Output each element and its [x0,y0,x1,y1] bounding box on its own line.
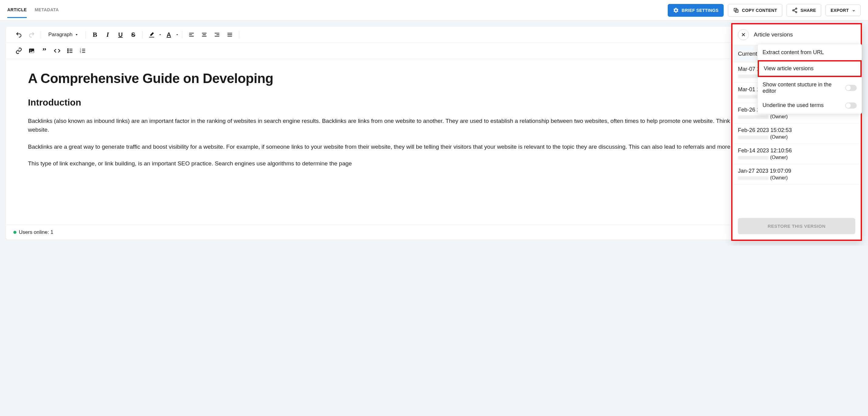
version-owner: (Owner) [738,155,855,160]
version-item[interactable]: Feb-14 2023 12:10:56 (Owner) [733,144,861,164]
version-item[interactable]: Jan-27 2023 19:07:09 (Owner) [733,164,861,185]
bullet-list-button[interactable] [64,45,75,56]
tab-metadata[interactable]: METADATA [35,2,59,18]
export-label: EXPORT [831,8,849,13]
text-color-button[interactable]: A [163,29,174,40]
chevron-down-icon [852,8,856,12]
toggle-show-structure[interactable] [845,85,857,91]
paragraph-1: Backlinks (also known as inbound links) … [28,116,840,135]
copy-icon [733,7,739,13]
strikethrough-button[interactable]: S [128,29,138,40]
svg-point-3 [793,9,794,11]
menu-show-structure[interactable]: Show content stucture in the editor [758,78,862,98]
toggle-underline-terms[interactable] [845,102,857,109]
svg-text:3: 3 [80,51,81,53]
align-justify-button[interactable] [224,29,235,40]
brief-settings-label: BRIEF SETTINGS [682,8,719,13]
top-actions: BRIEF SETTINGS COPY CONTENT SHARE EXPORT [668,4,861,17]
tabs: ARTICLE METADATA [7,2,59,18]
paragraph-2: Backlinks are a great way to generate tr… [28,142,840,151]
heading-introduction: Introduction [28,95,840,110]
share-label: SHARE [801,8,816,13]
svg-line-6 [794,11,796,12]
highlight-color-button[interactable] [146,29,157,40]
redo-button[interactable] [26,29,37,40]
copy-content-label: COPY CONTENT [742,8,777,13]
numbered-list-button[interactable]: 123 [77,45,88,56]
bold-button[interactable]: B [89,29,100,40]
undo-button[interactable] [13,29,24,40]
version-timestamp: Feb-14 2023 12:10:56 [738,147,855,154]
align-right-button[interactable] [212,29,222,40]
menu-show-structure-label: Show content stucture in the editor [763,82,845,94]
versions-title: Article versions [754,31,793,38]
svg-point-25 [67,51,68,51]
menu-view-versions-label: View article versions [764,65,814,72]
online-dot-icon [13,231,17,234]
versions-header: Article versions [733,24,861,45]
users-online-text: Users online: 1 [19,229,53,235]
svg-line-5 [794,9,796,10]
article-title: A Comprehensive Guide on Developing [28,68,840,89]
content-area: Paragraph B I U S A [0,21,868,246]
italic-button[interactable]: I [102,29,113,40]
align-left-button[interactable] [186,29,197,40]
more-dropdown: Extract content from URL View article ve… [757,44,862,114]
close-icon [741,32,746,37]
export-button[interactable]: EXPORT [826,5,861,16]
paragraph-3: This type of link exchange, or link buil… [28,159,840,168]
link-button[interactable] [13,45,24,56]
version-timestamp: Jan-27 2023 19:07:09 [738,168,855,174]
paragraph-style-label: Paragraph [48,32,72,38]
caret-down-icon[interactable] [159,33,161,36]
version-owner: (Owner) [738,175,855,181]
caret-down-icon [75,33,78,36]
tab-article[interactable]: ARTICLE [7,2,27,18]
caret-down-icon[interactable] [176,33,178,36]
close-versions-button[interactable] [738,29,749,40]
svg-point-26 [67,52,68,53]
code-button[interactable] [52,45,63,56]
align-center-button[interactable] [199,29,210,40]
svg-marker-9 [177,34,178,35]
menu-extract-url[interactable]: Extract content from URL [758,45,862,60]
share-button[interactable]: SHARE [786,4,821,17]
paragraph-style-select[interactable]: Paragraph [45,29,82,40]
image-button[interactable] [26,45,37,56]
top-bar: ARTICLE METADATA BRIEF SETTINGS COPY CON… [0,0,868,21]
restore-version-button: RESTORE THIS VERSION [738,218,855,234]
svg-marker-8 [160,34,161,35]
version-item[interactable]: Feb-26 2023 15:02:53 (Owner) [733,123,861,144]
svg-marker-7 [76,34,78,35]
brief-settings-button[interactable]: BRIEF SETTINGS [668,4,724,17]
menu-underline-terms-label: Underline the used terms [763,102,824,109]
version-timestamp: Feb-26 2023 15:02:53 [738,127,855,133]
menu-underline-terms[interactable]: Underline the used terms [758,98,862,113]
gear-icon [673,7,679,13]
version-owner: (Owner) [738,114,855,120]
svg-point-4 [796,11,797,12]
version-owner: (Owner) [738,135,855,140]
underline-button[interactable]: U [115,29,126,40]
svg-point-23 [30,50,31,51]
copy-content-button[interactable]: COPY CONTENT [728,4,782,17]
app-root: ARTICLE METADATA BRIEF SETTINGS COPY CON… [0,0,868,246]
svg-point-2 [796,8,797,9]
menu-view-versions[interactable]: View article versions [758,60,862,77]
share-icon [792,7,798,13]
menu-extract-url-label: Extract content from URL [763,49,824,56]
svg-point-24 [67,49,68,50]
quote-button[interactable]: ” [39,45,50,56]
